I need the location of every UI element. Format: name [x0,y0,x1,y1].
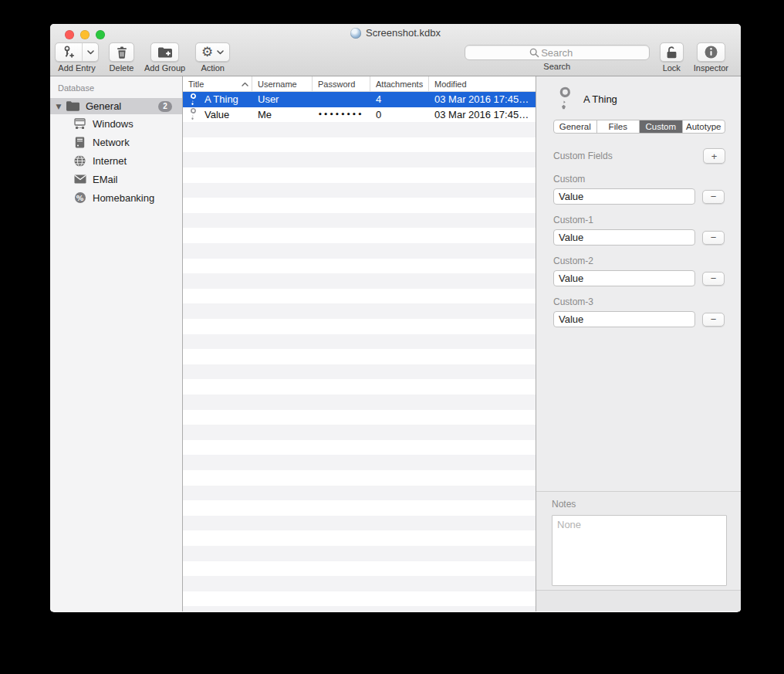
gear-icon: ⚙ [201,46,213,59]
folder-plus-icon [158,47,172,58]
document-proxy-icon [350,28,361,39]
internet-icon [73,155,86,167]
chevron-down-icon [217,50,224,55]
remove-field-button[interactable]: − [702,231,725,245]
lock-label: Lock [663,63,681,73]
key-icon [556,86,572,111]
inspector-header: A Thing [536,76,741,113]
disclosure-triangle-icon[interactable]: ▼ [54,103,63,110]
table-row[interactable]: Value Me •••••••• 0 03 Mar 2016 17:45… [183,107,536,123]
inspector-tabs: General Files Custom Autotype [553,120,725,134]
trash-icon [117,46,127,59]
remove-field-button[interactable]: − [702,313,725,327]
sidebar-item-general[interactable]: ▼ General 2 [50,98,182,114]
add-entry-dropdown-segment[interactable] [83,43,98,61]
add-entry-button[interactable] [55,42,99,62]
column-header-attachments[interactable]: Attachments [370,76,429,91]
search-label: Search [543,62,570,71]
sidebar-header: Database [50,76,182,93]
titlebar: Screenshot.kdbx [50,24,741,42]
field-label: Custom-3 [553,296,725,307]
sidebar-item-homebanking[interactable]: % Homebanking [50,188,182,207]
traffic-lights [65,30,105,39]
add-entry-label: Add Entry [58,63,95,73]
add-group-label: Add Group [144,63,185,73]
remove-field-button[interactable]: − [702,190,725,204]
custom-field-group: Custom-3 − [553,296,725,327]
folder-icon [66,101,79,111]
lock-item: Lock [660,42,684,73]
info-icon [705,46,718,59]
action-item: ⚙ Action [195,42,230,73]
custom-field-group: Custom-1 − [553,215,725,246]
tab-general[interactable]: General [554,120,597,133]
tab-custom[interactable]: Custom [640,120,683,133]
window-title: Screenshot.kdbx [366,27,441,39]
custom-field-group: Custom-2 − [553,256,725,286]
entry-count-badge: 2 [158,101,172,112]
delete-button[interactable] [109,42,134,62]
inspector-button[interactable] [697,42,725,62]
table-body[interactable]: A Thing User 4 03 Mar 2016 17:45… Value … [183,92,536,611]
add-entry-main-segment[interactable] [56,43,83,61]
notes-section: Notes [536,491,741,590]
field-label: Custom [553,174,725,185]
toolbar: Add Entry Delete [50,42,741,73]
sidebar-item-network[interactable]: Network [50,133,182,151]
sort-ascending-icon [242,82,248,86]
field-label: Custom-1 [553,215,725,225]
add-group-item: Add Group [144,42,185,73]
column-header-modified[interactable]: Modified [429,76,536,91]
inspector-item: Inspector [694,42,728,73]
windows-icon [73,118,86,130]
zoom-button[interactable] [96,30,105,39]
inspector-panel: A Thing General Files Custom Autotype Cu… [536,76,741,611]
notes-textarea[interactable] [552,515,727,586]
homebanking-icon: % [73,192,86,203]
action-label: Action [201,63,225,73]
delete-item: Delete [109,42,134,73]
custom-field-input[interactable] [553,229,695,246]
search-input[interactable] [465,45,650,60]
minimize-button[interactable] [80,30,90,39]
entry-title: A Thing [583,93,617,105]
lock-open-icon [666,46,678,59]
custom-fields-label: Custom Fields [553,151,613,161]
chevron-down-icon [87,50,94,55]
network-icon [73,137,86,148]
notes-label: Notes [552,499,727,510]
sidebar-item-windows[interactable]: Windows [50,114,182,133]
window-chrome: Screenshot.kdbx [50,24,741,76]
lock-button[interactable] [660,42,684,62]
search-item: Search [465,42,650,71]
inspector-footer [536,590,741,611]
sidebar: Database ▼ General 2 [50,76,183,611]
key-icon [188,93,197,106]
column-header-title[interactable]: Title [183,76,252,91]
delete-label: Delete [110,63,134,73]
sidebar-item-label: General [86,100,158,112]
table-row[interactable]: A Thing User 4 03 Mar 2016 17:45… [183,92,536,107]
entry-table: Title Username Password Attachments Modi… [183,76,536,611]
key-icon [188,108,197,120]
column-header-password[interactable]: Password [313,76,370,91]
table-header: Title Username Password Attachments Modi… [183,76,536,92]
remove-field-button[interactable]: − [702,272,725,286]
custom-field-group: Custom − [553,174,725,205]
email-icon [73,174,86,184]
custom-field-input[interactable] [553,311,695,327]
column-header-username[interactable]: Username [252,76,313,91]
action-button[interactable]: ⚙ [195,42,230,62]
sidebar-item-email[interactable]: EMail [50,170,182,188]
sidebar-item-internet[interactable]: Internet [50,151,182,170]
add-entry-item: Add Entry [55,42,99,73]
tab-files[interactable]: Files [597,120,640,133]
inspector-label: Inspector [694,63,728,73]
close-button[interactable] [65,30,74,39]
add-group-button[interactable] [150,42,179,62]
tab-autotype[interactable]: Autotype [683,120,725,133]
custom-field-input[interactable] [553,188,695,205]
custom-field-input[interactable] [553,270,695,286]
key-plus-icon [63,46,75,59]
add-field-button[interactable]: + [703,148,725,164]
